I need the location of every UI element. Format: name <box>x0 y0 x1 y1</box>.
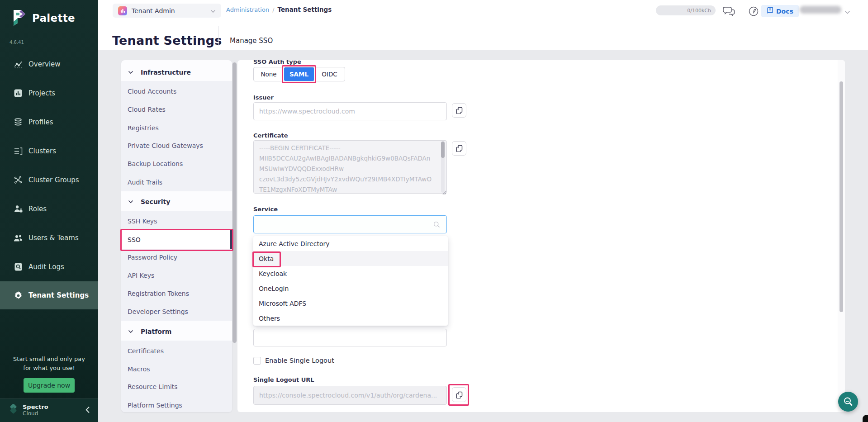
nav-item-api-keys[interactable]: API Keys <box>121 266 232 284</box>
sidebar-item-profiles[interactable]: Profiles <box>0 108 98 137</box>
gear-icon <box>14 291 23 300</box>
top-bar: Tenant Admin Administration / Tenant Set… <box>98 0 868 50</box>
nav-item-private-cloud-gateways[interactable]: Private Cloud Gateways <box>121 137 232 155</box>
service-dropdown: Azure Active Directory Okta Keycloak One… <box>253 236 448 326</box>
profiles-layers-icon <box>14 118 23 126</box>
app-version: 4.6.41 <box>9 40 24 45</box>
promo-text-line2: for what you use! <box>0 365 98 371</box>
sso-auth-type-group: None SAML OIDC <box>253 67 345 81</box>
nav-item-password-policy[interactable]: Password Policy <box>121 248 232 266</box>
user-menu-redacted[interactable] <box>800 6 841 14</box>
auth-option-none[interactable]: None <box>254 67 284 81</box>
upgrade-now-button[interactable]: Upgrade now <box>24 378 75 393</box>
clusters-icon <box>14 147 23 155</box>
breadcrumb-administration[interactable]: Administration <box>226 6 269 13</box>
auth-option-oidc[interactable]: OIDC <box>314 67 345 81</box>
service-option-others[interactable]: Others <box>253 311 448 326</box>
nav-item-audit-trails[interactable]: Audit Trails <box>121 173 232 191</box>
nav-item-certificates[interactable]: Certificates <box>121 342 232 360</box>
certificate-scrollbar-thumb[interactable] <box>441 142 445 158</box>
palette-logo: Palette <box>12 9 75 27</box>
manage-sso-panel: SSO Auth type None SAML OIDC Issuer Cert… <box>237 60 845 412</box>
auth-option-saml[interactable]: SAML <box>284 67 314 81</box>
nav-item-registries[interactable]: Registries <box>121 119 232 137</box>
sidebar-item-overview[interactable]: Overview <box>0 50 98 79</box>
copy-issuer-button[interactable] <box>452 103 466 118</box>
collapse-sidebar-chevron-icon[interactable] <box>85 406 90 415</box>
copy-certificate-button[interactable] <box>452 141 466 156</box>
app-root: Tenant Admin Administration / Tenant Set… <box>0 0 868 422</box>
overview-chart-icon <box>14 61 23 68</box>
nav-item-macros[interactable]: Macros <box>121 360 232 378</box>
nav-item-platform-settings[interactable]: Platform Settings <box>121 396 232 412</box>
enable-single-logout-checkbox[interactable] <box>253 357 261 365</box>
nav-section-platform[interactable]: Platform <box>121 323 232 340</box>
nav-item-resource-limits[interactable]: Resource Limits <box>121 378 232 396</box>
sidebar-item-clusters[interactable]: Clusters <box>0 137 98 166</box>
sidebar-item-audit-logs[interactable]: Audit Logs <box>0 252 98 281</box>
sidebar-item-tenant-settings[interactable]: Tenant Settings <box>0 281 98 309</box>
help-launcher-button[interactable] <box>838 392 858 412</box>
main-sidebar: Palette 4.6.41 Overview Projects <box>0 0 98 422</box>
tab-manage-sso[interactable]: Manage SSO <box>230 37 273 45</box>
service-option-onelogin[interactable]: OneLogin <box>253 281 448 296</box>
single-logout-url-input[interactable] <box>253 386 447 405</box>
copy-icon <box>456 145 463 152</box>
nav-item-registration-tokens[interactable]: Registration Tokens <box>121 284 232 303</box>
partially-hidden-input[interactable] <box>253 329 447 346</box>
docs-button[interactable]: Docs <box>761 5 799 17</box>
service-option-okta[interactable]: Okta <box>253 251 448 266</box>
audit-logs-icon <box>14 263 23 271</box>
issuer-input[interactable] <box>253 102 447 120</box>
project-scope-selector[interactable]: Tenant Admin <box>113 4 221 18</box>
roles-user-lock-icon <box>14 205 23 213</box>
service-option-keycloak[interactable]: Keycloak <box>253 266 448 281</box>
breadcrumb-separator: / <box>272 6 274 13</box>
help-compass-icon[interactable] <box>748 6 759 19</box>
nav-item-developer-settings[interactable]: Developer Settings <box>121 303 232 321</box>
search-icon <box>433 221 440 228</box>
promo-text-line1: Start small and only pay <box>0 356 98 362</box>
sidebar-item-roles[interactable]: Roles <box>0 194 98 223</box>
service-option-microsoft-adfs[interactable]: Microsoft ADFS <box>253 296 448 311</box>
chat-bubbles-icon[interactable] <box>723 6 735 19</box>
settings-nav-scrollbar-thumb[interactable] <box>232 62 237 343</box>
settings-nav: Infrastructure Cloud Accounts Cloud Rate… <box>121 60 232 412</box>
chevron-down-icon <box>210 6 216 15</box>
book-icon <box>767 7 773 15</box>
nav-item-backup-locations[interactable]: Backup Locations <box>121 155 232 173</box>
chevron-down-icon <box>128 71 133 74</box>
copy-single-logout-url-button[interactable] <box>452 387 466 402</box>
search-smile-icon <box>843 396 854 407</box>
panel-scrollbar-thumb[interactable] <box>840 81 843 312</box>
nav-section-infrastructure[interactable]: Infrastructure <box>121 64 232 81</box>
chevron-down-icon <box>128 330 133 333</box>
docs-label: Docs <box>776 8 793 15</box>
user-chevron-down-icon[interactable] <box>844 8 850 16</box>
sidebar-item-users-teams[interactable]: Users & Teams <box>0 223 98 252</box>
certificate-textarea[interactable]: -----BEGIN CERTIFICATE----- MIIB5DCCAU2g… <box>253 140 447 194</box>
brand-name: Palette <box>32 12 75 24</box>
tenant-admin-icon <box>118 6 127 15</box>
copy-icon <box>456 391 463 398</box>
sidebar-item-cluster-groups[interactable]: Cluster Groups <box>0 166 98 194</box>
service-option-azure-active-directory[interactable]: Azure Active Directory <box>253 236 448 251</box>
palette-logo-icon <box>12 9 27 27</box>
spectro-cloud-wordmark: Spectro Cloud <box>23 404 48 417</box>
nav-section-security[interactable]: Security <box>121 193 232 210</box>
breadcrumb: Administration / Tenant Settings <box>226 6 332 13</box>
sidebar-footer: Spectro Cloud <box>0 398 98 422</box>
spectro-cloud-logo-icon <box>8 404 19 417</box>
nav-item-ssh-keys[interactable]: SSH Keys <box>121 212 232 230</box>
users-teams-icon <box>14 234 23 242</box>
nav-item-sso[interactable]: SSO <box>121 230 232 249</box>
nav-item-cloud-accounts[interactable]: Cloud Accounts <box>121 82 232 100</box>
nav-item-cloud-rates[interactable]: Cloud Rates <box>121 100 232 119</box>
enable-single-logout-label: Enable Single Logout <box>265 357 334 364</box>
sidebar-item-projects[interactable]: Projects <box>0 79 98 108</box>
service-combobox[interactable] <box>253 215 447 233</box>
title-divider <box>218 26 219 46</box>
resize-handle-icon[interactable] <box>442 188 446 197</box>
certificate-label: Certificate <box>253 132 288 139</box>
service-label: Service <box>253 206 278 213</box>
